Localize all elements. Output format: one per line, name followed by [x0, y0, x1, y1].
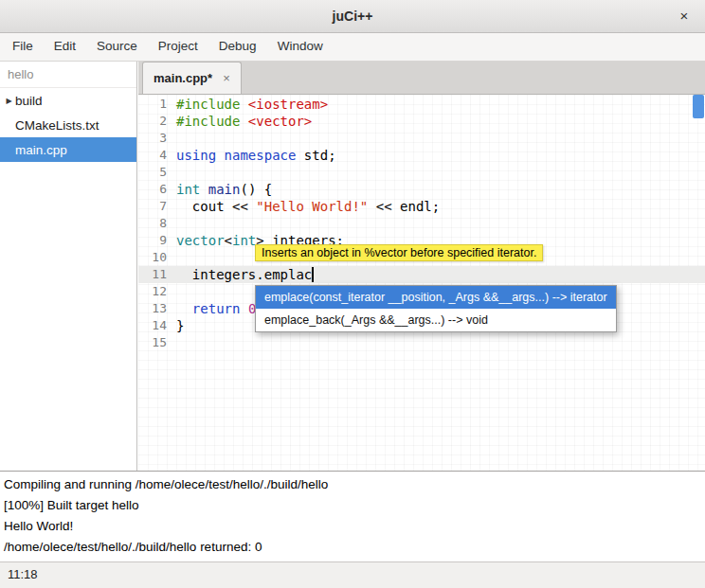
code-text: #include <iostream>: [176, 96, 328, 113]
line-number: 4: [138, 147, 167, 164]
close-window-button[interactable]: ×: [675, 7, 694, 26]
code-text: #include <vector>: [176, 113, 312, 130]
completion-item-1[interactable]: emplace_back(_Args &&__args...) --> void: [256, 309, 616, 331]
menu-bar: FileEditSourceProjectDebugWindow: [0, 33, 705, 62]
tree-item-cmakelists-txt[interactable]: CMakeLists.txt: [0, 113, 136, 137]
cursor-position: 11:18: [8, 567, 38, 581]
line-number: 15: [138, 334, 167, 351]
file-browser-sidebar: hello ▶buildCMakeLists.txtmain.cpp: [0, 62, 137, 471]
tab-close-icon[interactable]: ×: [223, 71, 230, 85]
code-line-15[interactable]: 15: [138, 334, 705, 351]
code-line-1[interactable]: 1#include <iostream>: [138, 96, 705, 113]
output-line: [100%] Built target hello: [4, 495, 701, 516]
scrollbar-thumb[interactable]: [693, 95, 704, 118]
code-text: int main() {: [176, 181, 272, 198]
code-editor[interactable]: 1#include <iostream>2#include <vector>34…: [138, 95, 705, 471]
line-number: 3: [138, 130, 167, 147]
tree-item-label: CMakeLists.txt: [15, 118, 99, 133]
project-directory-label: hello: [0, 62, 136, 88]
line-number: 9: [138, 232, 167, 249]
line-number: 5: [138, 164, 167, 181]
editor-column: main.cpp* × 1#include <iostream>2#includ…: [138, 62, 705, 471]
doc-tooltip: Inserts an object in %vector before spec…: [255, 244, 543, 261]
menu-item-file[interactable]: File: [2, 33, 44, 61]
output-line: Compiling and running /home/olece/test/h…: [4, 474, 701, 495]
tab-label: main.cpp*: [154, 71, 212, 85]
code-text: }: [176, 317, 184, 334]
menu-item-project[interactable]: Project: [148, 33, 208, 61]
code-line-7[interactable]: 7 cout << "Hello World!" << endl;: [138, 198, 705, 215]
line-number: 1: [138, 96, 167, 113]
code-text: integers.emplac: [176, 266, 314, 283]
menu-item-edit[interactable]: Edit: [44, 33, 86, 61]
tree-item-main-cpp[interactable]: main.cpp: [0, 137, 136, 162]
output-line: Hello World!: [4, 516, 701, 537]
line-number: 8: [138, 215, 167, 232]
title-bar: juCi++ ×: [0, 0, 705, 33]
line-number: 14: [138, 317, 167, 334]
code-text: cout << "Hello World!" << endl;: [176, 198, 440, 215]
code-line-6[interactable]: 6int main() {: [138, 181, 705, 198]
line-number: 12: [138, 283, 167, 300]
code-text: return 0;: [176, 300, 264, 317]
code-line-2[interactable]: 2#include <vector>: [138, 113, 705, 130]
file-tree: ▶buildCMakeLists.txtmain.cpp: [0, 88, 136, 162]
code-line-4[interactable]: 4using namespace std;: [138, 147, 705, 164]
code-line-8[interactable]: 8: [138, 215, 705, 232]
output-panel[interactable]: Compiling and running /home/olece/test/h…: [0, 471, 705, 561]
code-text: using namespace std;: [176, 147, 336, 164]
menu-item-debug[interactable]: Debug: [208, 33, 267, 61]
code-line-11[interactable]: 11 integers.emplac: [138, 266, 705, 283]
editor-scrollbar[interactable]: [692, 95, 705, 471]
line-number: 13: [138, 300, 167, 317]
expander-icon[interactable]: ▶: [0, 97, 15, 105]
main-area: hello ▶buildCMakeLists.txtmain.cpp main.…: [0, 62, 705, 471]
line-number: 2: [138, 113, 167, 130]
tab-main-cpp[interactable]: main.cpp* ×: [142, 62, 242, 94]
text-cursor: [312, 267, 314, 282]
output-line: /home/olece/test/hello/./build/hello ret…: [4, 537, 701, 558]
line-number: 11: [138, 266, 167, 283]
completion-popup: emplace(const_iterator __position, _Args…: [255, 285, 617, 332]
code-line-5[interactable]: 5: [138, 164, 705, 181]
code-line-3[interactable]: 3: [138, 130, 705, 147]
window-title: juCi++: [0, 0, 705, 32]
line-number: 10: [138, 249, 167, 266]
completion-item-0[interactable]: emplace(const_iterator __position, _Args…: [256, 286, 616, 309]
menu-item-source[interactable]: Source: [86, 33, 148, 61]
app-window: juCi++ × FileEditSourceProjectDebugWindo…: [0, 0, 705, 588]
tab-bar: main.cpp* ×: [138, 62, 705, 95]
menu-item-window[interactable]: Window: [267, 33, 334, 61]
line-number: 6: [138, 181, 167, 198]
line-number: 7: [138, 198, 167, 215]
status-bar: 11:18: [0, 561, 705, 588]
tree-item-label: build: [15, 94, 43, 108]
tree-item-build[interactable]: ▶build: [0, 88, 136, 113]
tree-item-label: main.cpp: [15, 143, 67, 157]
